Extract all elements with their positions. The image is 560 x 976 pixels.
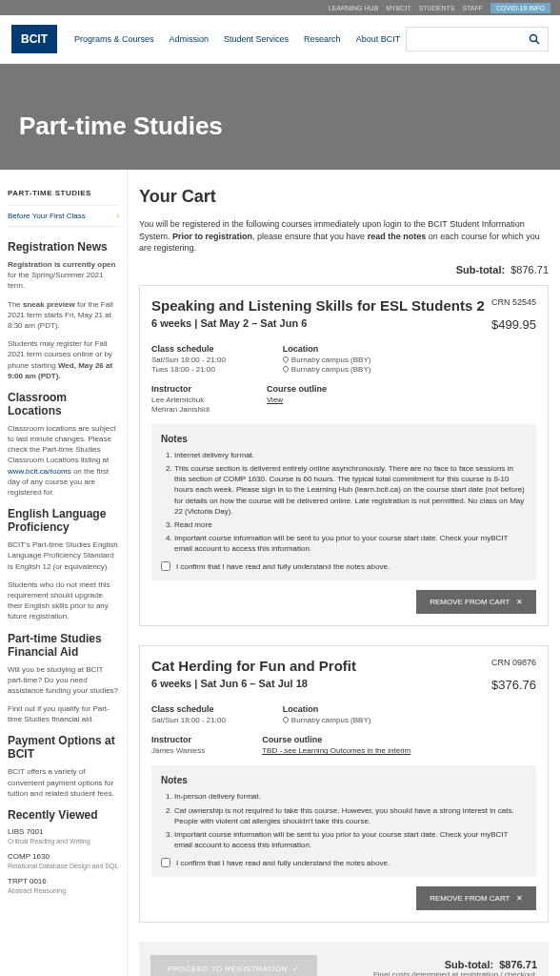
sidebar-heading: Recently Viewed [8, 808, 119, 822]
sidebar-heading: Payment Options at BCIT [8, 734, 119, 761]
remove-button[interactable]: REMOVE FROM CART ✕ [416, 590, 536, 614]
recent-item[interactable]: COMP 1630 [8, 852, 119, 861]
course-card: Cat Herding for Fun and ProfitCRN 09876 … [139, 645, 549, 923]
sidebar-heading: Registration News [8, 240, 119, 254]
page-title: Part-time Studies [19, 112, 541, 141]
header: BCIT Programs & Courses Admission Studen… [0, 15, 560, 64]
topbar-covid[interactable]: COVID-19 INFO [490, 3, 550, 13]
topbar-link[interactable]: LEARNING HUB [329, 5, 379, 11]
course-title: Cat Herding for Fun and Profit [151, 658, 356, 674]
topbar-link[interactable]: STAFF [462, 5, 483, 11]
sidebar-title: PART-TIME STUDIES [8, 189, 119, 197]
main-nav: Programs & Courses Admission Student Ser… [74, 34, 406, 44]
sidebar-heading: Classroom Locations [8, 391, 119, 417]
course-card: Speaking and Listening Skills for ESL St… [139, 285, 549, 627]
remove-button[interactable]: REMOVE FROM CART ✕ [416, 886, 536, 910]
course-price: $499.95 [491, 317, 536, 335]
main-content: Your Cart You will be registered in the … [128, 170, 560, 976]
cart-footer: PROCEED TO REGISTRATION ✓ Sub-total: $87… [139, 942, 549, 976]
proceed-button[interactable]: PROCEED TO REGISTRATION ✓ [150, 955, 317, 976]
nav-link[interactable]: Research [304, 34, 341, 44]
topbar-link[interactable]: MYBCIT [386, 5, 410, 11]
topbar-link[interactable]: STUDENTS [419, 5, 455, 11]
sidebar-heading: English Language Proficiency [8, 507, 119, 534]
svg-point-0 [530, 35, 537, 42]
course-weeks: 6 weeks | Sat May 2 – Sat Jun 6 [151, 317, 307, 329]
topbar: LEARNING HUB MYBCIT STUDENTS STAFF COVID… [0, 0, 560, 15]
svg-line-1 [536, 41, 540, 45]
rooms-link[interactable]: www.bcit.ca/rooms [8, 467, 71, 476]
nav-link[interactable]: About BCIT [356, 34, 401, 44]
recent-item[interactable]: LIBS 7001 [8, 827, 119, 836]
course-notes: Notes Internet delivery format.This cour… [151, 424, 536, 581]
course-weeks: 6 weeks | Sat Jun 6 – Sat Jul 18 [151, 678, 308, 689]
cart-title: Your Cart [139, 187, 549, 207]
outline-link[interactable]: View [267, 396, 283, 404]
sidebar: PART-TIME STUDIES Before Your First Clas… [0, 170, 128, 976]
chevron-right-icon: › [116, 212, 119, 220]
search-box[interactable] [406, 27, 549, 51]
nav-link[interactable]: Programs & Courses [74, 34, 154, 44]
search-icon [529, 33, 540, 45]
nav-link[interactable]: Student Services [224, 34, 289, 44]
hero: Part-time Studies [0, 64, 560, 170]
subtotal-bottom: Sub-total: $876.71 [373, 959, 537, 970]
course-notes: Notes In-person delivery format.Cat owne… [151, 765, 536, 877]
confirm-checkbox[interactable] [161, 858, 170, 867]
logo[interactable]: BCIT [11, 25, 57, 53]
cart-intro: You will be registered in the following … [139, 218, 549, 254]
subtotal-top: Sub-total: $876.71 [139, 264, 549, 275]
confirm-checkbox[interactable] [161, 561, 170, 571]
sidebar-heading: Part-time Studies Financial Aid [8, 632, 119, 659]
sidebar-before-link[interactable]: Before Your First Class › [8, 205, 119, 227]
nav-link[interactable]: Admission [170, 34, 210, 44]
recent-item[interactable]: TRPT 0016 [8, 877, 119, 885]
outline-link[interactable]: TBD - see Learning Outcomes in the inter… [262, 746, 410, 755]
course-crn: CRN 52545 [491, 297, 536, 314]
course-title: Speaking and Listening Skills for ESL St… [151, 297, 485, 314]
course-crn: CRN 09876 [491, 658, 536, 674]
course-price: $376.76 [491, 678, 536, 695]
